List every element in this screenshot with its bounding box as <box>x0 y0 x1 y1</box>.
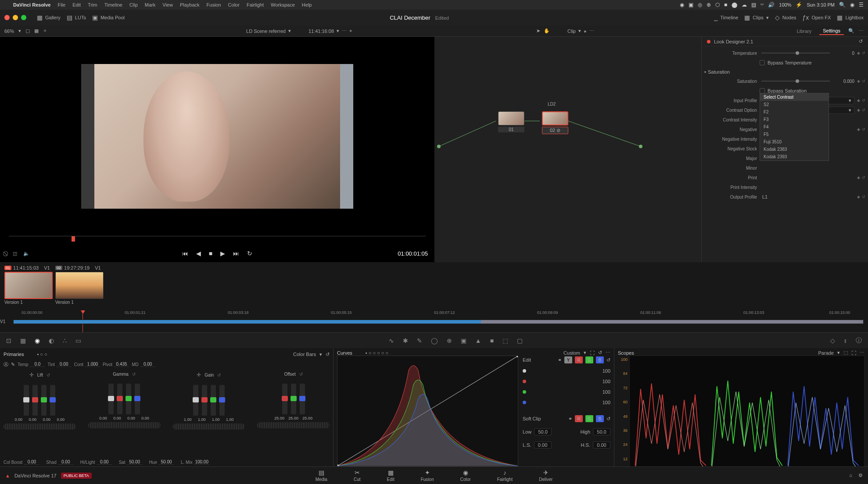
expand-icon[interactable]: ⛶ <box>851 350 856 356</box>
battery-percent[interactable]: 100% <box>779 2 791 7</box>
tray-icon[interactable]: ⊕ <box>707 2 711 8</box>
luts-button[interactable]: ▤LUTs <box>67 14 86 21</box>
gamma-y-bar[interactable] <box>108 384 114 414</box>
gamma-b-bar[interactable] <box>135 384 140 414</box>
gain-y-val[interactable]: 1.00 <box>182 417 194 422</box>
high-value[interactable]: 50.0 <box>593 428 610 435</box>
lift-y-bar[interactable] <box>24 385 29 416</box>
timeline-ruler[interactable]: 01:00:00:00 01:00:01:21 01:00:03:18 01:0… <box>4 310 864 318</box>
primaries-mode[interactable]: Color Bars <box>293 352 316 357</box>
keyframes-icon[interactable]: ◇ <box>830 337 835 344</box>
menu-workspace[interactable]: Workspace <box>271 2 295 7</box>
saturation-section[interactable]: ▾ Saturation <box>704 68 865 76</box>
color-space-icon[interactable]: ⬚ <box>843 350 848 356</box>
temperature-slider[interactable] <box>761 53 830 53</box>
mute-icon[interactable]: 🔈 <box>23 251 29 256</box>
temp-value[interactable]: 0.0 <box>30 362 45 367</box>
reset-icon[interactable]: ↺ <box>606 357 610 363</box>
menu-color[interactable]: Color <box>228 2 240 7</box>
home-icon[interactable]: ⌂ <box>849 473 852 478</box>
tray-icon[interactable]: ◉ <box>680 2 684 8</box>
chevron-down-icon[interactable]: ▾ <box>578 28 581 34</box>
gamma-r-bar[interactable] <box>117 384 122 414</box>
offset-r-val[interactable]: 25.00 <box>273 416 286 420</box>
keyframe-icon[interactable]: ◆ <box>857 175 860 180</box>
chevron-down-icon[interactable]: ▾ <box>337 28 339 34</box>
reset-icon[interactable]: ↺ <box>862 79 865 83</box>
dropdown-item[interactable]: F4 <box>760 123 829 131</box>
clock[interactable]: Sun 3:10 PM <box>807 2 835 7</box>
lift-y-val[interactable]: 0.00 <box>12 417 25 422</box>
channel-g-button[interactable]: G <box>585 415 593 422</box>
gamma-g-bar[interactable] <box>126 384 131 414</box>
keyframe-icon[interactable]: ◆ <box>857 108 860 112</box>
key-icon[interactable]: ■ <box>490 337 494 344</box>
bypass-temp-checkbox[interactable] <box>760 60 765 65</box>
lmix-value[interactable]: 100.00 <box>194 459 209 465</box>
nodes-button[interactable]: ◇Nodes <box>775 14 796 21</box>
pointer-tool-icon[interactable]: ➤ <box>536 28 540 34</box>
intensity-y-value[interactable]: 100 <box>593 368 610 374</box>
menu-mark[interactable]: Mark <box>145 2 155 7</box>
saturation-value[interactable]: 0.000 <box>834 79 854 84</box>
lightbox-button[interactable]: ▦Lightbox <box>837 14 864 21</box>
curve-graph[interactable] <box>337 356 518 466</box>
curves-mode[interactable]: Custom <box>563 350 580 356</box>
tray-icon[interactable]: ▤ <box>751 2 756 8</box>
dropdown-item[interactable]: Fuji 3510 <box>760 138 829 146</box>
channel-y-button[interactable]: Y <box>564 356 572 363</box>
offset-g-val[interactable]: 25.00 <box>287 416 300 420</box>
options-icon[interactable]: ⋯ <box>342 28 347 34</box>
reticle-icon[interactable]: ⌖ <box>349 28 352 34</box>
saturation-slider[interactable] <box>761 81 830 82</box>
clip-thumbnail[interactable] <box>4 272 53 299</box>
magic-mask-icon[interactable]: ▣ <box>461 337 466 344</box>
lift-g-bar[interactable] <box>41 385 47 416</box>
window-icon[interactable]: ◯ <box>431 337 438 344</box>
keyframe-icon[interactable]: ◆ <box>857 51 860 55</box>
menu-timeline[interactable]: Timeline <box>104 2 122 7</box>
media-page-tab[interactable]: ▤Media <box>316 469 327 482</box>
reset-icon[interactable]: ↺ <box>862 127 865 132</box>
hilight-value[interactable]: 0.00 <box>97 459 112 465</box>
wheels-icon[interactable]: ◉ <box>35 337 40 344</box>
node-02[interactable]: 02 ⊘ <box>542 111 568 134</box>
sizing-icon[interactable]: ⬚ <box>502 337 508 344</box>
motion-effects-icon[interactable]: ▭ <box>75 337 81 344</box>
options-icon[interactable]: ⋯ <box>606 350 610 356</box>
view-opt-icon[interactable]: ▢ <box>25 28 30 34</box>
video-track[interactable] <box>13 320 864 324</box>
timeline-strip[interactable]: 01:00:00:00 01:00:01:21 01:00:03:18 01:0… <box>0 310 868 332</box>
dropdown-item[interactable]: Kodak 2383 <box>760 146 829 153</box>
tray-icon[interactable]: ◎ <box>698 2 702 8</box>
reset-icon[interactable]: ↺ <box>862 98 865 103</box>
search-icon[interactable]: 🔍 <box>848 28 854 34</box>
offset-b-val[interactable]: 25.00 <box>301 416 314 420</box>
color-match-icon[interactable]: ▦ <box>20 337 26 344</box>
output-profile-value[interactable]: L1 <box>762 194 768 199</box>
clip-mode-label[interactable]: Clip <box>567 28 576 34</box>
prev-frame-button[interactable]: ◀ <box>196 250 201 257</box>
gamma-dial[interactable] <box>88 422 161 428</box>
viewer-image[interactable] <box>0 37 434 236</box>
fusion-page-tab[interactable]: ✦Fusion <box>421 469 434 482</box>
view-opt-icon[interactable]: ▦ <box>34 28 39 34</box>
menu-view[interactable]: View <box>162 2 173 7</box>
curves-tool-icon[interactable]: ∿ <box>389 337 394 344</box>
channel-r-button[interactable]: R <box>575 356 583 363</box>
offset-b-bar[interactable] <box>300 384 305 414</box>
gain-g-bar[interactable] <box>211 385 216 416</box>
reset-icon[interactable]: ↺ <box>859 39 863 44</box>
clips-button[interactable]: ▦Clips▾ <box>744 14 768 21</box>
library-tab[interactable]: Library <box>793 28 815 35</box>
dots-indicator[interactable]: • ○ ○ <box>37 352 47 357</box>
warper-icon[interactable]: ✱ <box>403 337 408 344</box>
auto-icon[interactable]: Ⓐ <box>4 361 8 368</box>
offset-g-bar[interactable] <box>291 384 296 414</box>
intensity-r-value[interactable]: 100 <box>593 379 610 384</box>
reset-icon[interactable]: ↺ <box>862 108 865 112</box>
channel-b-button[interactable]: B <box>596 356 604 363</box>
contrast-option-dropdown[interactable]: Select Contrast S2 F2 F3 F4 F5 Fuji 3510… <box>760 93 829 161</box>
chevron-down-icon[interactable]: ▾ <box>319 352 322 357</box>
gallery-button[interactable]: ▦Gallery <box>37 14 61 21</box>
